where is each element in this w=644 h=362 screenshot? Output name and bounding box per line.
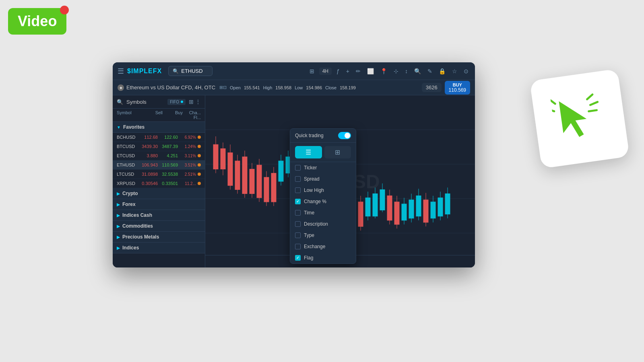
lowhigh-checkbox [295, 187, 301, 193]
svg-line-74 [589, 110, 597, 111]
symbol-name-ltcusd: LTCUSD [117, 172, 138, 177]
dropdown-item-type[interactable]: Type [290, 230, 356, 241]
dropdown-item-lowhigh[interactable]: Low High [290, 185, 356, 196]
symbol-icon: ◈ [118, 84, 124, 91]
sidebar-search-text[interactable]: Symbols [126, 99, 164, 105]
symbol-row-btcusd[interactable]: BTCUSD 3439.30 3487.39 1.24% [113, 142, 205, 151]
exchange-checkbox [295, 244, 301, 249]
category-indices-cash[interactable]: ▶ Indices Cash [113, 210, 205, 221]
category-commodities[interactable]: ▶ Commodities [113, 221, 205, 232]
measure-icon[interactable]: ↕ [403, 67, 409, 75]
high-label: High [263, 85, 272, 90]
search-icon: 🔍 [173, 68, 179, 74]
symbol-row-ethusd[interactable]: ETHUSD 106.943 110.569 3.51% [113, 160, 205, 170]
sidebar-menu-icon[interactable]: ⋮ [195, 99, 201, 105]
pin-icon[interactable]: 📍 [379, 67, 389, 75]
exchange-label: Exchange [304, 244, 325, 249]
symbol-row-xrpusd[interactable]: XRPUSD 0.30546 0.33501 11.2... [113, 179, 205, 188]
layers-icon[interactable]: ⊙ [462, 67, 470, 75]
sidebar-search-icon: 🔍 [117, 99, 123, 105]
flag-checkbox [295, 255, 301, 261]
chart-area[interactable]: ETHUSD [205, 95, 475, 267]
chart-header: ◈ Ethereum vs US Dollar CFD, 4H, OTC ⊞⊡ … [113, 80, 475, 95]
forex-arrow: ▶ [117, 202, 120, 207]
dropdown-item-time[interactable]: Time [290, 207, 356, 218]
ticker-label: Ticker [304, 165, 317, 171]
symbol-sell-ethusd: 106.943 [138, 162, 158, 167]
star-icon[interactable]: ☆ [450, 67, 459, 75]
rect-icon[interactable]: ⬜ [365, 67, 376, 75]
search-value: ETHUSD [181, 68, 202, 74]
ticker-checkbox [295, 165, 301, 171]
dropdown-item-changepct[interactable]: Change % [290, 196, 356, 207]
category-forex[interactable]: ▶ Forex [113, 199, 205, 210]
menu-icon[interactable]: ☰ [118, 67, 124, 76]
chart-symbol-name: Ethereum vs US Dollar CFD, 4H, OTC [126, 84, 215, 90]
symbol-row-ltcusd[interactable]: LTCUSD 31.0898 32.5538 2.51% [113, 170, 205, 179]
cursor2-icon[interactable]: ⊹ [392, 67, 400, 75]
symbol-buy-xrpusd: 0.33501 [158, 181, 178, 186]
dropdown-item-flag[interactable]: Flag [290, 252, 356, 263]
video-badge-text: Video [18, 13, 57, 30]
category-favorites[interactable]: ▼ Favorites [113, 122, 205, 133]
precious-metals-arrow: ▶ [117, 235, 120, 239]
indicator-icon[interactable]: ƒ [335, 67, 341, 75]
dropdown-overlay: Quick trading ☰ ⊞ Ticker Spread [290, 128, 356, 264]
buy-label: BUY [449, 82, 466, 87]
category-precious-metals[interactable]: ▶ Precious Metals [113, 232, 205, 243]
symbol-search[interactable]: 🔍 ETHUSD [168, 66, 213, 76]
time-label: Time [304, 210, 314, 216]
grid-icon[interactable]: ⊞ [308, 67, 316, 75]
dropdown-item-exchange[interactable]: Exchange [290, 241, 356, 252]
dropdown-item-description[interactable]: Description [290, 218, 356, 230]
symbol-dot-btcusd [198, 145, 201, 148]
indices-label: Indices [122, 245, 139, 251]
timeframe-selector[interactable]: 4H [319, 68, 332, 75]
quick-trading-label: Quick trading [295, 133, 324, 138]
cursor-app-icon [530, 69, 630, 169]
list-view-button[interactable]: ☰ [295, 146, 322, 158]
chart-ohlc: Open 155.541 High 158.958 Low 154.986 Cl… [230, 85, 356, 90]
toolbar: ☰ $IMPLEFX 🔍 ETHUSD ⊞ 4H ƒ + ✏ ⬜ 📍 ⊹ ↕ 🔍… [113, 62, 475, 80]
svg-line-72 [586, 95, 593, 99]
grid-view-button[interactable]: ⊞ [324, 146, 351, 158]
dropdown-item-ticker[interactable]: Ticker [290, 162, 356, 173]
lock-icon[interactable]: 🔒 [437, 67, 447, 75]
sidebar-search-bar: 🔍 Symbols FIFO ⊞ ⋮ [113, 95, 205, 109]
symbol-change-ltcusd: 2.51% [178, 172, 196, 177]
draw-icon[interactable]: ✏ [354, 67, 362, 75]
quick-trading-toggle[interactable] [338, 132, 351, 139]
category-crypto[interactable]: ▶ Crypto [113, 188, 205, 199]
open-value: 155.541 [244, 85, 260, 90]
symbol-name-btcusd: BTCUSD [117, 144, 138, 149]
view-toggle-row: ☰ ⊞ [290, 143, 356, 162]
col-sell-header: Sell [142, 110, 163, 120]
symbol-change-xrpusd: 11.2... [178, 181, 196, 186]
symbol-name-etcusd: ETCUSD [117, 153, 138, 158]
high-value: 158.958 [275, 85, 291, 90]
indices-cash-label: Indices Cash [122, 212, 152, 218]
buy-box[interactable]: BUY 110.569 [445, 81, 470, 95]
changepct-label: Change % [304, 199, 326, 204]
zoom-icon[interactable]: 🔍 [413, 67, 423, 75]
symbol-buy-ethusd: 110.569 [158, 162, 178, 167]
time-checkbox [295, 210, 301, 216]
symbol-sell-ltcusd: 31.0898 [138, 172, 158, 177]
sell-price-value: 3626 [426, 84, 438, 90]
sidebar: 🔍 Symbols FIFO ⊞ ⋮ Symbol Sell Buy Cha..… [113, 95, 205, 267]
sidebar-grid-icon[interactable]: ⊞ [189, 99, 194, 105]
sell-price-box: 3626 [422, 83, 442, 92]
favorites-label: Favorites [123, 124, 144, 130]
crosshair-icon[interactable]: + [345, 67, 351, 75]
changepct-checkbox [295, 199, 301, 204]
symbol-change-ethusd: 3.51% [178, 163, 196, 167]
category-indices[interactable]: ▶ Indices [113, 243, 205, 253]
symbol-sell-etcusd: 3.880 [138, 153, 158, 158]
symbol-row-bchusd[interactable]: BCHUSD 112.68 122.60 6.92% [113, 133, 205, 142]
svg-line-76 [550, 109, 554, 112]
symbol-row-etcusd[interactable]: ETCUSD 3.880 4.251 3.11% [113, 151, 205, 160]
buy-price: 110.569 [449, 87, 466, 93]
crypto-arrow: ▶ [117, 191, 120, 196]
dropdown-item-spread[interactable]: Spread [290, 173, 356, 185]
edit-icon[interactable]: ✎ [426, 67, 434, 75]
